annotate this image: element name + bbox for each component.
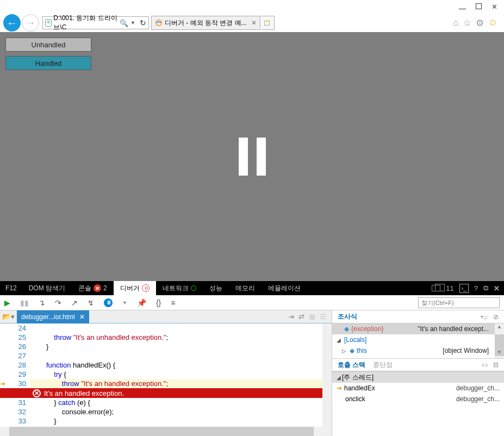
- current-line-icon: ➔: [0, 380, 11, 388]
- step-into-button[interactable]: ↴: [39, 298, 45, 307]
- browser-navbar: ← → D:\001. 동기화 드라이브\C 🔍 ▼ ↻ 디버거 - 예외 동작…: [0, 14, 504, 32]
- tab-emulation[interactable]: 에뮬레이션: [262, 281, 307, 295]
- callstack-body: ◢[주 스레드] ➔handledExdebugger_ch... onclic…: [332, 371, 504, 436]
- frames-icon[interactable]: ▭: [482, 361, 488, 369]
- pause-button[interactable]: ▮▮: [20, 298, 29, 307]
- close-button[interactable]: ✕: [491, 3, 497, 11]
- source-pane: 📂▾ debugger...ior.html✕ ⇥ ⇄ ▦ ☰ 24 25 th…: [0, 310, 332, 436]
- devtools-tabs: F12 DOM 탐색기 콘솔✕2 디버거 네트워크 성능 메모리 에뮬레이션 1…: [0, 281, 504, 295]
- ie-icon: [155, 19, 163, 27]
- settings-icon[interactable]: ⚙: [476, 17, 484, 29]
- horizontal-scrollbar[interactable]: [0, 427, 332, 436]
- break-button[interactable]: ↯: [88, 298, 94, 307]
- word-wrap-button[interactable]: ≡: [171, 298, 175, 307]
- f12-label: F12: [0, 284, 22, 292]
- feedback-icon[interactable]: ☺: [488, 17, 497, 29]
- object-icon: ◆: [344, 325, 349, 333]
- handled-button[interactable]: Handled: [5, 56, 91, 70]
- compare-icon[interactable]: ⇄: [298, 313, 304, 321]
- tab-dom[interactable]: DOM 탐색기: [22, 281, 72, 295]
- code-editor[interactable]: 24 25 throw "It's an unhandled exception…: [0, 323, 322, 427]
- object-icon: ◆: [350, 347, 354, 354]
- devtools-close-icon[interactable]: ✕: [494, 284, 500, 292]
- pause-overlay-icon: [239, 138, 266, 176]
- dropdown-icon[interactable]: ▼: [130, 20, 135, 26]
- back-button[interactable]: ←: [3, 14, 21, 32]
- find-input[interactable]: [418, 297, 500, 308]
- thread-row[interactable]: ◢[주 스레드]: [332, 372, 504, 383]
- screens-icon[interactable]: [432, 285, 440, 291]
- pin-icon[interactable]: 📌: [137, 298, 146, 307]
- devtools: F12 DOM 탐색기 콘솔✕2 디버거 네트워크 성능 메모리 에뮬레이션 1…: [0, 281, 504, 436]
- watch-row[interactable]: ◆{exception}"It's an handled except...: [332, 323, 504, 334]
- page-viewport: Unhandled Handled: [0, 32, 504, 281]
- record-icon: [191, 285, 196, 291]
- current-frame-icon: ➔: [337, 384, 342, 392]
- file-tab[interactable]: debugger...ior.html✕: [17, 310, 89, 323]
- watch-row[interactable]: ◢[Locals]: [332, 334, 504, 345]
- add-watch-icon[interactable]: +⌕: [480, 313, 488, 321]
- maximize-button[interactable]: [476, 3, 482, 11]
- map-icon[interactable]: ▦: [309, 313, 315, 321]
- debugger-toolbar: ▶ ▮▮ ↴ ↷ ↗ ↯ ▼ 📌 {} ≡: [0, 295, 504, 310]
- toolbar-icons: ⌂ ☆ ⚙ ☺: [453, 17, 501, 29]
- pause-icon: [142, 284, 150, 292]
- tab-close-icon[interactable]: ✕: [251, 19, 257, 27]
- watch-row[interactable]: ▷◆this[object Window]: [332, 345, 504, 356]
- stack-frame[interactable]: onclickdebugger_ch...: [332, 394, 504, 404]
- vertical-scrollbar[interactable]: [322, 323, 332, 427]
- tab-network[interactable]: 네트워크: [156, 281, 203, 295]
- options-icon[interactable]: ☰: [320, 313, 326, 321]
- side-panels: 조사식 +⌕⊘ ◆{exception}"It's an handled exc…: [332, 310, 504, 436]
- refresh-icon[interactable]: ↻: [140, 18, 146, 27]
- format-icon[interactable]: ⇥: [288, 313, 294, 321]
- search-icon[interactable]: 🔍: [120, 19, 128, 27]
- address-bar[interactable]: D:\001. 동기화 드라이브\C 🔍 ▼ ↻: [42, 16, 149, 29]
- watch-header: 조사식 +⌕⊘: [332, 310, 504, 323]
- tab-memory[interactable]: 메모리: [229, 281, 262, 295]
- file-tabs: 📂▾ debugger...ior.html✕ ⇥ ⇄ ▦ ☰: [0, 310, 332, 323]
- address-text: D:\001. 동기화 드라이브\C: [53, 14, 120, 32]
- exception-banner: ✕It's an handled exception.: [0, 388, 322, 398]
- ie-icon: [45, 19, 52, 27]
- stack-frame[interactable]: ➔handledExdebugger_ch...: [332, 383, 504, 394]
- svg-rect-2: [266, 20, 269, 22]
- watch-tab[interactable]: 조사식: [338, 312, 357, 321]
- callstack-header: 호출 스택 중단점 ▭⊟: [332, 358, 504, 371]
- forward-button[interactable]: →: [22, 14, 39, 32]
- pretty-print-button[interactable]: {}: [156, 298, 161, 307]
- dropdown-icon[interactable]: ▼: [122, 300, 127, 306]
- window-titlebar: ✕: [0, 0, 504, 14]
- watch-body: ◆{exception}"It's an handled except... ◢…: [332, 323, 504, 358]
- tab-close-icon[interactable]: ✕: [79, 313, 85, 321]
- tab-title: 디버거 - 예외 동작 변경 예...: [165, 18, 247, 28]
- browser-tab[interactable]: 디버거 - 예외 동작 변경 예... ✕: [151, 16, 260, 30]
- help-icon[interactable]: ?: [474, 284, 478, 292]
- unhandled-button[interactable]: Unhandled: [5, 38, 91, 52]
- open-file-icon[interactable]: 📂▾: [0, 313, 17, 321]
- step-over-button[interactable]: ↷: [55, 298, 61, 307]
- tab-debugger[interactable]: 디버거: [114, 281, 156, 295]
- error-badge: ✕: [94, 284, 101, 292]
- console-toggle-icon[interactable]: ›_: [459, 284, 469, 293]
- callstack-tab[interactable]: 호출 스택: [338, 360, 365, 370]
- vertical-scrollbar[interactable]: ▲▼: [495, 323, 504, 358]
- new-tab-button[interactable]: [262, 16, 275, 30]
- step-out-button[interactable]: ↗: [71, 298, 78, 307]
- minimize-button[interactable]: [459, 3, 466, 11]
- continue-button[interactable]: ▶: [4, 298, 10, 307]
- tab-console[interactable]: 콘솔✕2: [72, 281, 114, 295]
- clear-watch-icon[interactable]: ⊘: [493, 313, 499, 321]
- breakpoints-tab[interactable]: 중단점: [373, 360, 393, 370]
- error-icon: ✕: [33, 389, 41, 397]
- tab-performance[interactable]: 성능: [203, 281, 229, 295]
- async-icon[interactable]: ⊟: [493, 361, 499, 369]
- count-label: 11: [446, 284, 453, 292]
- break-on-exception-button[interactable]: [104, 298, 113, 307]
- home-icon[interactable]: ⌂: [453, 17, 458, 29]
- undock-icon[interactable]: ⧉: [483, 284, 488, 292]
- favorites-icon[interactable]: ☆: [463, 17, 471, 29]
